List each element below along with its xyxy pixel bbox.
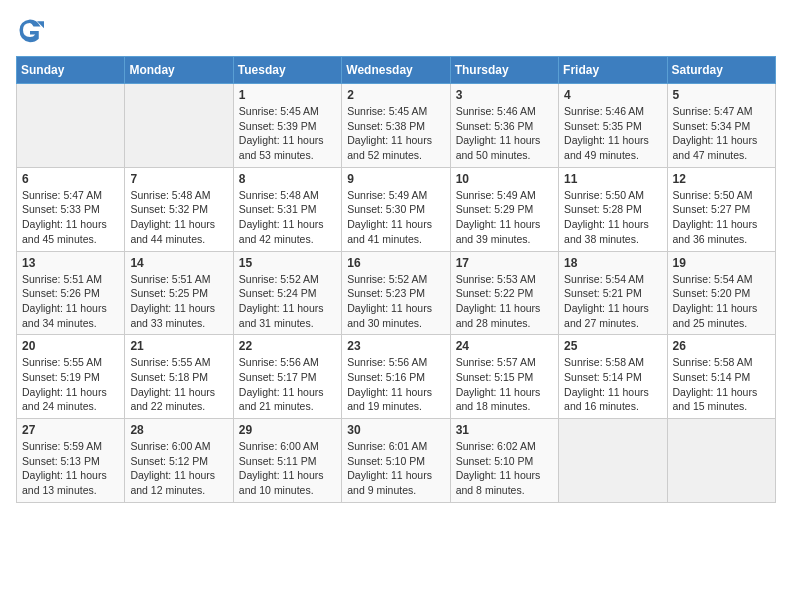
- day-info: Sunrise: 5:45 AMSunset: 5:39 PMDaylight:…: [239, 104, 336, 163]
- day-info: Sunrise: 5:48 AMSunset: 5:31 PMDaylight:…: [239, 188, 336, 247]
- day-number: 14: [130, 256, 227, 270]
- calendar-cell: 11Sunrise: 5:50 AMSunset: 5:28 PMDayligh…: [559, 167, 667, 251]
- calendar-cell: 1Sunrise: 5:45 AMSunset: 5:39 PMDaylight…: [233, 84, 341, 168]
- day-info: Sunrise: 5:50 AMSunset: 5:28 PMDaylight:…: [564, 188, 661, 247]
- logo-icon: [16, 16, 44, 44]
- day-number: 18: [564, 256, 661, 270]
- day-info: Sunrise: 5:52 AMSunset: 5:23 PMDaylight:…: [347, 272, 444, 331]
- calendar-cell: 6Sunrise: 5:47 AMSunset: 5:33 PMDaylight…: [17, 167, 125, 251]
- day-info: Sunrise: 5:49 AMSunset: 5:30 PMDaylight:…: [347, 188, 444, 247]
- day-number: 21: [130, 339, 227, 353]
- calendar-cell: 27Sunrise: 5:59 AMSunset: 5:13 PMDayligh…: [17, 419, 125, 503]
- calendar-cell: 17Sunrise: 5:53 AMSunset: 5:22 PMDayligh…: [450, 251, 558, 335]
- calendar-cell: 22Sunrise: 5:56 AMSunset: 5:17 PMDayligh…: [233, 335, 341, 419]
- day-info: Sunrise: 5:55 AMSunset: 5:18 PMDaylight:…: [130, 355, 227, 414]
- calendar-cell: 4Sunrise: 5:46 AMSunset: 5:35 PMDaylight…: [559, 84, 667, 168]
- day-info: Sunrise: 5:47 AMSunset: 5:34 PMDaylight:…: [673, 104, 770, 163]
- day-number: 28: [130, 423, 227, 437]
- day-info: Sunrise: 5:48 AMSunset: 5:32 PMDaylight:…: [130, 188, 227, 247]
- calendar-cell: 8Sunrise: 5:48 AMSunset: 5:31 PMDaylight…: [233, 167, 341, 251]
- day-number: 16: [347, 256, 444, 270]
- day-info: Sunrise: 5:56 AMSunset: 5:16 PMDaylight:…: [347, 355, 444, 414]
- calendar-cell: 14Sunrise: 5:51 AMSunset: 5:25 PMDayligh…: [125, 251, 233, 335]
- calendar-cell: [667, 419, 775, 503]
- day-info: Sunrise: 5:52 AMSunset: 5:24 PMDaylight:…: [239, 272, 336, 331]
- day-number: 8: [239, 172, 336, 186]
- col-header-monday: Monday: [125, 57, 233, 84]
- calendar-cell: [17, 84, 125, 168]
- day-number: 17: [456, 256, 553, 270]
- week-row-1: 1Sunrise: 5:45 AMSunset: 5:39 PMDaylight…: [17, 84, 776, 168]
- header-row: SundayMondayTuesdayWednesdayThursdayFrid…: [17, 57, 776, 84]
- day-number: 10: [456, 172, 553, 186]
- day-number: 25: [564, 339, 661, 353]
- day-number: 3: [456, 88, 553, 102]
- day-number: 7: [130, 172, 227, 186]
- calendar-cell: 2Sunrise: 5:45 AMSunset: 5:38 PMDaylight…: [342, 84, 450, 168]
- day-number: 6: [22, 172, 119, 186]
- calendar-cell: 25Sunrise: 5:58 AMSunset: 5:14 PMDayligh…: [559, 335, 667, 419]
- calendar-cell: 26Sunrise: 5:58 AMSunset: 5:14 PMDayligh…: [667, 335, 775, 419]
- day-info: Sunrise: 6:01 AMSunset: 5:10 PMDaylight:…: [347, 439, 444, 498]
- calendar-cell: 7Sunrise: 5:48 AMSunset: 5:32 PMDaylight…: [125, 167, 233, 251]
- day-number: 5: [673, 88, 770, 102]
- calendar-cell: 23Sunrise: 5:56 AMSunset: 5:16 PMDayligh…: [342, 335, 450, 419]
- col-header-saturday: Saturday: [667, 57, 775, 84]
- day-info: Sunrise: 5:46 AMSunset: 5:35 PMDaylight:…: [564, 104, 661, 163]
- day-info: Sunrise: 5:55 AMSunset: 5:19 PMDaylight:…: [22, 355, 119, 414]
- day-info: Sunrise: 5:53 AMSunset: 5:22 PMDaylight:…: [456, 272, 553, 331]
- day-info: Sunrise: 5:54 AMSunset: 5:21 PMDaylight:…: [564, 272, 661, 331]
- calendar-cell: 3Sunrise: 5:46 AMSunset: 5:36 PMDaylight…: [450, 84, 558, 168]
- calendar-cell: 19Sunrise: 5:54 AMSunset: 5:20 PMDayligh…: [667, 251, 775, 335]
- day-number: 1: [239, 88, 336, 102]
- day-number: 19: [673, 256, 770, 270]
- calendar-cell: 10Sunrise: 5:49 AMSunset: 5:29 PMDayligh…: [450, 167, 558, 251]
- week-row-5: 27Sunrise: 5:59 AMSunset: 5:13 PMDayligh…: [17, 419, 776, 503]
- calendar-cell: 16Sunrise: 5:52 AMSunset: 5:23 PMDayligh…: [342, 251, 450, 335]
- week-row-3: 13Sunrise: 5:51 AMSunset: 5:26 PMDayligh…: [17, 251, 776, 335]
- calendar-cell: [559, 419, 667, 503]
- calendar-cell: 12Sunrise: 5:50 AMSunset: 5:27 PMDayligh…: [667, 167, 775, 251]
- col-header-friday: Friday: [559, 57, 667, 84]
- day-info: Sunrise: 5:47 AMSunset: 5:33 PMDaylight:…: [22, 188, 119, 247]
- calendar-cell: 29Sunrise: 6:00 AMSunset: 5:11 PMDayligh…: [233, 419, 341, 503]
- day-number: 11: [564, 172, 661, 186]
- day-info: Sunrise: 5:59 AMSunset: 5:13 PMDaylight:…: [22, 439, 119, 498]
- day-number: 26: [673, 339, 770, 353]
- day-info: Sunrise: 5:50 AMSunset: 5:27 PMDaylight:…: [673, 188, 770, 247]
- day-number: 23: [347, 339, 444, 353]
- day-info: Sunrise: 5:58 AMSunset: 5:14 PMDaylight:…: [564, 355, 661, 414]
- col-header-wednesday: Wednesday: [342, 57, 450, 84]
- day-info: Sunrise: 5:58 AMSunset: 5:14 PMDaylight:…: [673, 355, 770, 414]
- day-number: 29: [239, 423, 336, 437]
- day-number: 20: [22, 339, 119, 353]
- day-number: 13: [22, 256, 119, 270]
- day-number: 22: [239, 339, 336, 353]
- col-header-thursday: Thursday: [450, 57, 558, 84]
- day-info: Sunrise: 6:00 AMSunset: 5:11 PMDaylight:…: [239, 439, 336, 498]
- day-number: 31: [456, 423, 553, 437]
- calendar-cell: 31Sunrise: 6:02 AMSunset: 5:10 PMDayligh…: [450, 419, 558, 503]
- day-info: Sunrise: 6:00 AMSunset: 5:12 PMDaylight:…: [130, 439, 227, 498]
- day-info: Sunrise: 5:56 AMSunset: 5:17 PMDaylight:…: [239, 355, 336, 414]
- day-info: Sunrise: 6:02 AMSunset: 5:10 PMDaylight:…: [456, 439, 553, 498]
- day-number: 2: [347, 88, 444, 102]
- day-number: 30: [347, 423, 444, 437]
- calendar-table: SundayMondayTuesdayWednesdayThursdayFrid…: [16, 56, 776, 503]
- col-header-sunday: Sunday: [17, 57, 125, 84]
- day-number: 9: [347, 172, 444, 186]
- col-header-tuesday: Tuesday: [233, 57, 341, 84]
- day-number: 15: [239, 256, 336, 270]
- day-info: Sunrise: 5:46 AMSunset: 5:36 PMDaylight:…: [456, 104, 553, 163]
- day-info: Sunrise: 5:51 AMSunset: 5:25 PMDaylight:…: [130, 272, 227, 331]
- calendar-cell: 9Sunrise: 5:49 AMSunset: 5:30 PMDaylight…: [342, 167, 450, 251]
- calendar-cell: 5Sunrise: 5:47 AMSunset: 5:34 PMDaylight…: [667, 84, 775, 168]
- week-row-2: 6Sunrise: 5:47 AMSunset: 5:33 PMDaylight…: [17, 167, 776, 251]
- day-info: Sunrise: 5:49 AMSunset: 5:29 PMDaylight:…: [456, 188, 553, 247]
- calendar-cell: 20Sunrise: 5:55 AMSunset: 5:19 PMDayligh…: [17, 335, 125, 419]
- calendar-cell: 30Sunrise: 6:01 AMSunset: 5:10 PMDayligh…: [342, 419, 450, 503]
- calendar-cell: 18Sunrise: 5:54 AMSunset: 5:21 PMDayligh…: [559, 251, 667, 335]
- calendar-cell: 13Sunrise: 5:51 AMSunset: 5:26 PMDayligh…: [17, 251, 125, 335]
- week-row-4: 20Sunrise: 5:55 AMSunset: 5:19 PMDayligh…: [17, 335, 776, 419]
- day-number: 24: [456, 339, 553, 353]
